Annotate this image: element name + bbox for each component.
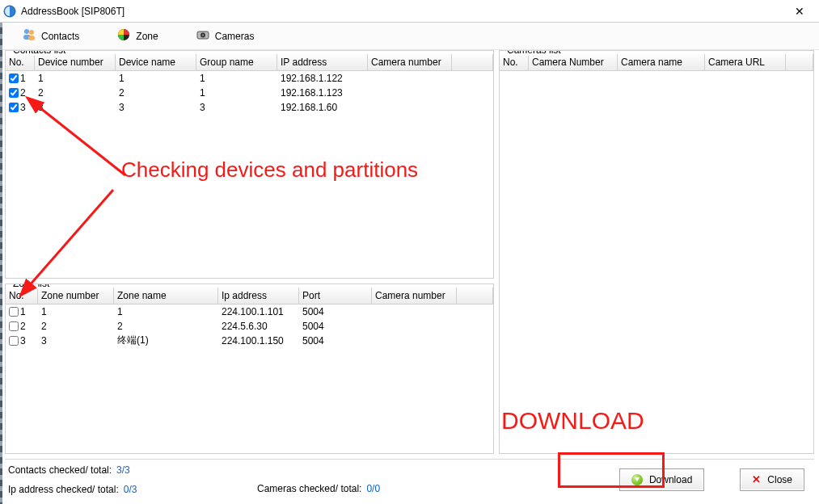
zone-label: Zone <box>136 31 158 42</box>
table-row[interactable]: 33终端(1)224.100.1.1505004 <box>6 334 493 348</box>
zone-legend: Zone list <box>11 284 52 289</box>
annotation-rect-download <box>558 452 665 488</box>
table-row[interactable]: 222224.5.6.305004 <box>6 319 493 334</box>
cell-zone-name: 终端(1) <box>114 334 218 348</box>
row-checkbox[interactable] <box>9 307 19 317</box>
zone-button[interactable]: Zone <box>114 26 160 46</box>
cell-camera-number <box>368 71 452 86</box>
cameras-button[interactable]: Cameras <box>193 26 257 46</box>
col-camera-number[interactable]: Camera number <box>372 288 457 304</box>
col-zone-number[interactable]: Zone number <box>38 288 114 304</box>
cell-camera-number <box>368 86 452 100</box>
contacts-header-row: No. Device number Device name Group name… <box>6 54 493 71</box>
contacts-checked-value: 3/3 <box>116 464 130 476</box>
cell-device-name: 2 <box>116 86 196 100</box>
toolbar: Contacts Zone Cameras <box>0 23 819 50</box>
col-device-number[interactable]: Device number <box>35 54 116 70</box>
close-icon: ✕ <box>752 473 761 485</box>
close-label: Close <box>767 474 792 485</box>
cell-zone-name: 2 <box>114 319 218 334</box>
cell-no: 1 <box>20 73 26 84</box>
table-row[interactable]: 111224.100.1.1015004 <box>6 304 493 319</box>
contacts-button[interactable]: Contacts <box>19 26 82 46</box>
cameras-checked-label: Cameras checked/ total: <box>257 483 361 494</box>
cell-zone-name: 1 <box>114 304 218 319</box>
close-window-button[interactable]: ✕ <box>783 0 816 23</box>
contacts-icon <box>22 27 36 44</box>
svg-point-3 <box>29 30 34 35</box>
col-ip-address[interactable]: IP address <box>277 54 368 70</box>
col-camera-url[interactable]: Camera URL <box>705 54 786 70</box>
cell-ip-address: 224.100.1.150 <box>218 334 299 348</box>
cell-group-name: 3 <box>196 100 277 115</box>
cell-no: 1 <box>20 306 26 317</box>
row-checkbox[interactable] <box>9 336 19 346</box>
cell-no: 2 <box>20 321 26 332</box>
zone-header-row: No. Zone number Zone name Ip address Por… <box>6 288 493 304</box>
ip-checked-value: 0/3 <box>124 484 137 495</box>
cameras-group: Cameras list No. Camera Number Camera na… <box>499 50 814 454</box>
col-camera-name[interactable]: Camera name <box>618 54 705 70</box>
row-checkbox[interactable] <box>9 103 19 112</box>
col-no[interactable]: No. <box>6 288 38 304</box>
cell-ip-address: 192.168.1.122 <box>277 71 368 86</box>
cameras-body[interactable] <box>500 71 813 453</box>
row-checkbox[interactable] <box>9 88 19 98</box>
cameras-icon <box>196 27 210 44</box>
app-icon <box>3 5 16 18</box>
col-no[interactable]: No. <box>500 54 529 70</box>
contacts-checked-label: Contacts checked/ total: <box>8 464 112 476</box>
cell-ip-address: 224.100.1.101 <box>218 304 299 319</box>
zone-icon <box>116 27 131 44</box>
contacts-body[interactable]: 1111192.168.1.1222221192.168.1.123333319… <box>6 71 493 278</box>
col-camera-number[interactable]: Camera number <box>368 54 452 70</box>
col-no[interactable]: No. <box>6 54 35 70</box>
cameras-label: Cameras <box>215 31 255 42</box>
cell-zone-number: 3 <box>38 334 114 348</box>
table-row[interactable]: 3333192.168.1.60 <box>6 100 493 115</box>
cell-port: 5004 <box>299 304 372 319</box>
svg-point-9 <box>201 34 204 36</box>
contacts-group: Contacts list No. Device number Device n… <box>5 50 494 279</box>
cameras-legend: Cameras list <box>504 50 564 56</box>
footer: Contacts checked/ total: 3/3 Ip address … <box>5 459 814 499</box>
decorative-edge <box>0 23 2 504</box>
cell-no: 3 <box>20 335 26 346</box>
titlebar: AddressBook [SIP806T] ✕ <box>0 0 819 23</box>
cameras-checked-value: 0/0 <box>366 483 380 494</box>
cell-group-name: 1 <box>196 71 277 86</box>
col-device-name[interactable]: Device name <box>116 54 196 70</box>
cell-device-name: 3 <box>116 100 196 115</box>
cell-camera-number <box>372 319 457 334</box>
zone-group: Zone list No. Zone number Zone name Ip a… <box>5 284 494 454</box>
cell-camera-number <box>368 100 452 115</box>
cell-device-number: 3 <box>35 100 116 115</box>
cell-device-name: 1 <box>116 71 196 86</box>
col-port[interactable]: Port <box>299 288 372 304</box>
contacts-label: Contacts <box>41 31 79 42</box>
window-title: AddressBook [SIP806T] <box>21 6 125 17</box>
cell-zone-number: 1 <box>38 304 114 319</box>
row-checkbox[interactable] <box>9 321 19 331</box>
cell-ip-address: 192.168.1.60 <box>277 100 368 115</box>
col-ip-address[interactable]: Ip address <box>218 288 299 304</box>
cell-port: 5004 <box>299 334 372 348</box>
svg-rect-5 <box>28 36 35 40</box>
cell-group-name: 1 <box>196 86 277 100</box>
cell-device-number: 2 <box>35 86 116 100</box>
cell-ip-address: 192.168.1.123 <box>277 86 368 100</box>
cell-ip-address: 224.5.6.30 <box>218 319 299 334</box>
cell-zone-number: 2 <box>38 319 114 334</box>
close-button[interactable]: ✕ Close <box>740 468 804 491</box>
col-camera-number[interactable]: Camera Number <box>529 54 618 70</box>
col-zone-name[interactable]: Zone name <box>114 288 218 304</box>
row-checkbox[interactable] <box>9 74 19 83</box>
ip-checked-label: Ip address checked/ total: <box>8 484 119 495</box>
zone-body[interactable]: 111224.100.1.1015004222224.5.6.30500433终… <box>6 304 493 453</box>
cell-camera-number <box>372 304 457 319</box>
contacts-legend: Contacts list <box>11 50 68 56</box>
table-row[interactable]: 2221192.168.1.123 <box>6 86 493 100</box>
col-group-name[interactable]: Group name <box>196 54 277 70</box>
cell-no: 3 <box>20 102 26 113</box>
table-row[interactable]: 1111192.168.1.122 <box>6 71 493 86</box>
